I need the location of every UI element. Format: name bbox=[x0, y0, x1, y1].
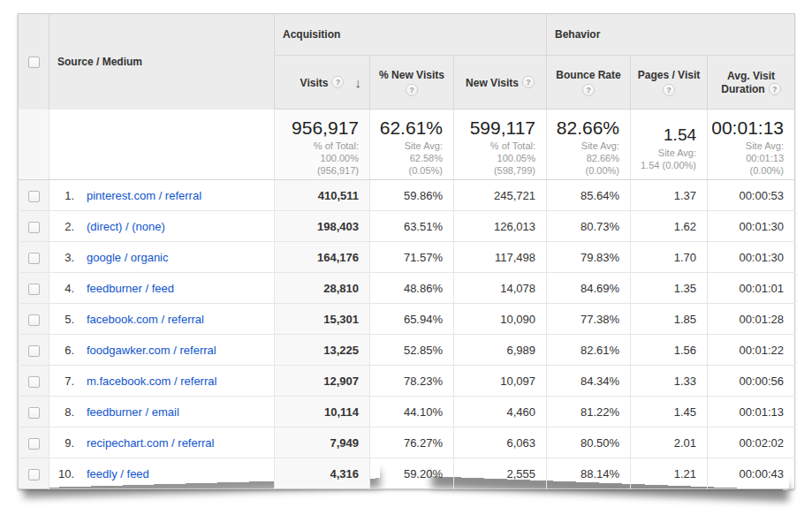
bounce-rate-cell: 77.38% bbox=[547, 304, 631, 335]
visits-cell: 10,114 bbox=[275, 397, 370, 427]
avg-duration-cell: 00:01:28 bbox=[708, 304, 795, 335]
avg-duration-cell: 00:01:30 bbox=[708, 211, 795, 242]
source-cell: 10.feedly / feed bbox=[49, 458, 275, 489]
visits-cell: 7,949 bbox=[275, 427, 370, 458]
avg-duration-cell: 00:02:02 bbox=[708, 427, 795, 458]
summary-checkbox-cell bbox=[19, 110, 49, 180]
table-row: 7.m.facebook.com / referral 12,907 78.23… bbox=[19, 366, 795, 397]
new-visits-cell: 10,090 bbox=[454, 304, 547, 335]
help-icon[interactable]: ? bbox=[663, 84, 675, 96]
avg-duration-cell: 00:01:22 bbox=[708, 335, 795, 366]
source-cell: 6.foodgawker.com / referral bbox=[49, 335, 275, 366]
row-checkbox[interactable] bbox=[28, 314, 40, 326]
row-checkbox[interactable] bbox=[28, 253, 40, 264]
row-checkbox[interactable] bbox=[28, 222, 40, 233]
report-card: Source / Medium Acquisition Behavior Vis… bbox=[18, 13, 794, 489]
new-visits-cell: 245,721 bbox=[454, 180, 547, 211]
bounce-rate-cell: 84.34% bbox=[547, 366, 631, 397]
bounce-rate-cell: 85.64% bbox=[547, 180, 631, 211]
visits-cell: 13,225 bbox=[275, 335, 370, 366]
source-medium-link[interactable]: google / organic bbox=[87, 251, 169, 264]
row-checkbox[interactable] bbox=[28, 345, 40, 357]
new-visits-cell: 2,555 bbox=[454, 458, 547, 489]
row-checkbox[interactable] bbox=[28, 376, 40, 388]
pages-per-visit-cell: 1.62 bbox=[631, 211, 708, 242]
bounce-rate-cell: 80.73% bbox=[547, 211, 631, 242]
source-cell: 9.recipechart.com / referral bbox=[49, 427, 275, 458]
table-row: 3.google / organic 164,176 71.57% 117,49… bbox=[19, 242, 795, 273]
select-all-cell bbox=[19, 14, 49, 110]
bounce-rate-cell: 82.61% bbox=[547, 335, 631, 366]
pages-per-visit-cell: 1.45 bbox=[631, 397, 708, 427]
group-header-acquisition: Acquisition bbox=[275, 14, 547, 56]
visits-cell: 15,301 bbox=[275, 304, 370, 335]
bounce-rate-cell: 80.50% bbox=[547, 427, 631, 458]
column-header-pages-per-visit[interactable]: Pages / Visit ? bbox=[631, 56, 708, 110]
table-row: 2.(direct) / (none) 198,403 63.51% 126,0… bbox=[19, 211, 795, 242]
source-medium-link[interactable]: pinterest.com / referral bbox=[87, 189, 201, 202]
bounce-rate-cell: 84.69% bbox=[547, 273, 631, 304]
pages-per-visit-cell: 1.56 bbox=[631, 335, 708, 366]
source-cell: 1.pinterest.com / referral bbox=[49, 180, 275, 211]
source-medium-link[interactable]: feedburner / feed bbox=[87, 282, 174, 295]
pages-per-visit-cell: 1.85 bbox=[631, 304, 708, 335]
help-icon[interactable]: ? bbox=[582, 84, 595, 96]
visits-cell: 12,907 bbox=[275, 366, 370, 397]
row-checkbox[interactable] bbox=[28, 284, 40, 295]
checkbox-cell bbox=[19, 180, 49, 211]
column-header-avg-visit-duration[interactable]: Avg. Visit Duration? bbox=[708, 56, 795, 110]
source-medium-link[interactable]: facebook.com / referral bbox=[87, 313, 204, 326]
table-row: 10.feedly / feed 4,316 59.20% 2,555 88.1… bbox=[19, 458, 795, 489]
column-header-source-medium[interactable]: Source / Medium bbox=[49, 14, 275, 110]
checkbox-cell bbox=[19, 304, 49, 335]
avg-duration-cell: 00:00:53 bbox=[708, 180, 795, 211]
source-medium-link[interactable]: feedburner / email bbox=[87, 405, 179, 419]
help-icon[interactable]: ? bbox=[331, 76, 344, 88]
select-all-checkbox[interactable] bbox=[28, 57, 40, 68]
pct-new-visits-cell: 59.20% bbox=[370, 458, 454, 489]
source-medium-link[interactable]: (direct) / (none) bbox=[87, 220, 165, 233]
checkbox-cell bbox=[19, 211, 49, 242]
analytics-report-page: Source / Medium Acquisition Behavior Vis… bbox=[0, 0, 812, 522]
group-header-behavior: Behavior bbox=[547, 14, 795, 56]
pct-new-visits-cell: 48.86% bbox=[370, 273, 454, 304]
help-icon[interactable]: ? bbox=[406, 84, 418, 96]
row-checkbox[interactable] bbox=[28, 407, 40, 419]
checkbox-cell bbox=[19, 397, 49, 427]
summary-new-visits: 599,117 % of Total: 100.05% (598,799) bbox=[454, 110, 547, 180]
bounce-rate-cell: 81.22% bbox=[547, 397, 631, 427]
pages-per-visit-cell: 1.37 bbox=[631, 180, 708, 211]
visits-cell: 198,403 bbox=[275, 211, 370, 242]
column-header-new-visits[interactable]: New Visits? bbox=[454, 56, 547, 110]
pages-per-visit-cell: 1.70 bbox=[631, 242, 708, 273]
help-icon[interactable]: ? bbox=[769, 83, 781, 95]
pct-new-visits-cell: 44.10% bbox=[370, 397, 454, 427]
source-medium-link[interactable]: m.facebook.com / referral bbox=[87, 374, 216, 388]
column-header-pct-new-visits[interactable]: % New Visits ? bbox=[370, 56, 454, 110]
column-header-visits[interactable]: Visits? ↓ bbox=[275, 56, 370, 110]
avg-duration-cell: 00:00:43 bbox=[708, 458, 795, 489]
group-header-row: Source / Medium Acquisition Behavior bbox=[19, 14, 795, 56]
help-icon[interactable]: ? bbox=[522, 76, 535, 88]
row-checkbox[interactable] bbox=[28, 191, 40, 202]
source-medium-link[interactable]: foodgawker.com / referral bbox=[87, 344, 216, 357]
row-checkbox[interactable] bbox=[28, 469, 40, 480]
new-visits-cell: 10,097 bbox=[454, 366, 547, 397]
bounce-rate-cell: 79.83% bbox=[547, 242, 631, 273]
new-visits-cell: 126,013 bbox=[454, 211, 547, 242]
source-cell: 8.feedburner / email bbox=[49, 397, 275, 427]
avg-duration-cell: 00:01:01 bbox=[708, 273, 795, 304]
summary-visits: 956,917 % of Total: 100.00% (956,917) bbox=[275, 110, 370, 180]
summary-pages-per-visit: 1.54 Site Avg: 1.54 (0.00%) bbox=[631, 110, 708, 180]
new-visits-cell: 4,460 bbox=[454, 397, 547, 427]
column-header-bounce-rate[interactable]: Bounce Rate ? bbox=[547, 56, 631, 110]
source-medium-link[interactable]: recipechart.com / referral bbox=[87, 436, 215, 450]
table-row: 4.feedburner / feed 28,810 48.86% 14,078… bbox=[19, 273, 795, 304]
avg-duration-cell: 00:01:13 bbox=[708, 397, 795, 427]
checkbox-cell bbox=[19, 273, 49, 304]
pages-per-visit-cell: 2.01 bbox=[631, 427, 708, 458]
avg-duration-cell: 00:01:30 bbox=[708, 242, 795, 273]
source-medium-link[interactable]: feedly / feed bbox=[87, 467, 149, 480]
checkbox-cell bbox=[19, 458, 49, 489]
row-checkbox[interactable] bbox=[28, 438, 40, 450]
